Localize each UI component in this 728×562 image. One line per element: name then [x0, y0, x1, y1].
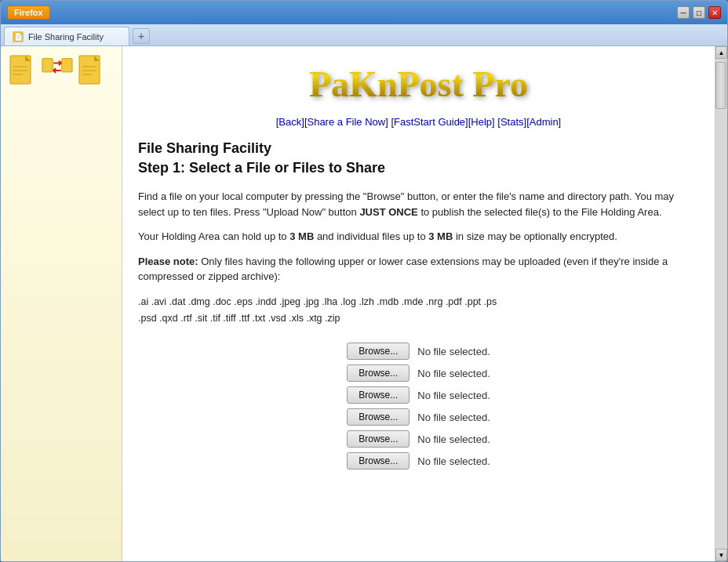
upload-arrow-icon	[42, 55, 73, 85]
logo-area: PaKnPost Pro	[138, 54, 699, 111]
no-file-2: No file selected.	[417, 368, 490, 379]
no-file-3: No file selected.	[417, 390, 490, 401]
minimize-button[interactable]: ─	[677, 6, 690, 19]
browse-row-4: Browse... No file selected.	[347, 408, 490, 426]
scrollbar-track[interactable]	[715, 59, 727, 549]
svg-rect-2	[13, 66, 27, 67]
tab-bar: 📄 File Sharing Facility +	[1, 24, 727, 46]
file-types: .ai .avi .dat .dmg .doc .eps .indd .jpeg…	[138, 294, 699, 328]
browse-row-5: Browse... No file selected.	[347, 430, 490, 448]
page-subtitle: Step 1: Select a File or Files to Share	[138, 160, 699, 176]
maximize-button[interactable]: □	[693, 6, 705, 19]
nav-back[interactable]: [Back]	[276, 116, 304, 128]
page-content: PaKnPost Pro [Back][Share a File Now] [F…	[122, 46, 715, 561]
browser-window: Firefox ─ □ ✕ 📄 File Sharing Facility +	[0, 0, 728, 562]
browse-row-3: Browse... No file selected.	[347, 386, 490, 404]
page-title: File Sharing Facility	[138, 140, 699, 157]
browse-row-6: Browse... No file selected.	[347, 452, 490, 470]
svg-rect-11	[82, 74, 92, 75]
please-note: Please note: Only files having the follo…	[138, 254, 699, 285]
file-types-line1: .ai .avi .dat .dmg .doc .eps .indd .jpeg…	[138, 294, 699, 310]
document-icon-left	[7, 54, 38, 85]
browse-section: Browse... No file selected. Browse... No…	[138, 343, 699, 470]
nav-help[interactable]: [Help]	[468, 116, 495, 128]
desc2-end: in size may be optionally encrypted.	[453, 230, 617, 242]
desc2-mid: and individual files up to	[314, 230, 428, 242]
desc1-bold: JUST ONCE	[359, 206, 417, 218]
new-tab-button[interactable]: +	[133, 28, 150, 44]
desc2-start: Your Holding Area can hold up to	[138, 230, 289, 242]
logo-text: PaKnPost Pro	[309, 63, 528, 105]
scrollbar-up-button[interactable]: ▲	[715, 46, 727, 59]
nav-admin[interactable]: [Admin]	[526, 116, 561, 128]
note-text: Only files having the following upper or…	[138, 256, 668, 283]
nav-share[interactable]: [Share a File Now]	[304, 116, 388, 128]
title-bar-controls: ─ □ ✕	[677, 6, 721, 19]
svg-rect-10	[82, 70, 96, 71]
no-file-6: No file selected.	[417, 455, 490, 467]
svg-rect-5	[42, 59, 53, 72]
document-icon-right	[76, 54, 107, 85]
browse-button-5[interactable]: Browse...	[347, 430, 410, 448]
svg-rect-6	[62, 59, 72, 72]
tab-label: File Sharing Facility	[28, 32, 104, 42]
desc2-bold1: 3 MB	[289, 230, 314, 242]
svg-rect-3	[13, 70, 27, 71]
svg-rect-4	[13, 74, 23, 75]
browse-row-1: Browse... No file selected.	[347, 343, 490, 360]
nav-faststart[interactable]: [FastStart Guide]	[391, 116, 468, 128]
browse-button-2[interactable]: Browse...	[347, 364, 410, 382]
note-bold: Please note:	[138, 256, 198, 267]
title-bar: Firefox ─ □ ✕	[1, 1, 727, 24]
firefox-button[interactable]: Firefox	[7, 5, 50, 20]
scrollbar[interactable]: ▲ ▼	[715, 46, 727, 561]
desc2-bold2: 3 MB	[428, 230, 453, 242]
file-types-line2: .psd .qxd .rtf .sit .tif .tiff .ttf .txt…	[138, 310, 699, 327]
no-file-5: No file selected.	[417, 433, 490, 445]
browse-button-3[interactable]: Browse...	[347, 386, 410, 404]
scrollbar-thumb[interactable]	[715, 62, 726, 109]
title-bar-left: Firefox	[7, 5, 50, 20]
nav-links: [Back][Share a File Now] [FastStart Guid…	[138, 116, 699, 128]
close-button[interactable]: ✕	[708, 6, 721, 19]
nav-stats[interactable]: [Stats]	[497, 116, 526, 128]
svg-rect-9	[82, 66, 96, 67]
description-2: Your Holding Area can hold up to 3 MB an…	[138, 229, 699, 245]
description-1: Find a file on your local computer by pr…	[138, 189, 699, 219]
browser-main: PaKnPost Pro [Back][Share a File Now] [F…	[1, 46, 727, 561]
browse-button-1[interactable]: Browse...	[347, 343, 410, 360]
content-inner: PaKnPost Pro [Back][Share a File Now] [F…	[122, 46, 715, 485]
scrollbar-down-button[interactable]: ▼	[715, 549, 727, 561]
sidebar-icons	[7, 54, 107, 85]
tab-favicon: 📄	[13, 31, 24, 42]
browser-tab[interactable]: 📄 File Sharing Facility	[4, 27, 129, 45]
desc1-end: to publish the selected file(s) to the F…	[418, 206, 662, 218]
no-file-4: No file selected.	[417, 412, 490, 423]
no-file-1: No file selected.	[417, 346, 490, 357]
browse-button-6[interactable]: Browse...	[347, 452, 410, 470]
browse-row-2: Browse... No file selected.	[347, 364, 490, 382]
browse-button-4[interactable]: Browse...	[347, 408, 410, 426]
left-sidebar	[1, 46, 122, 561]
